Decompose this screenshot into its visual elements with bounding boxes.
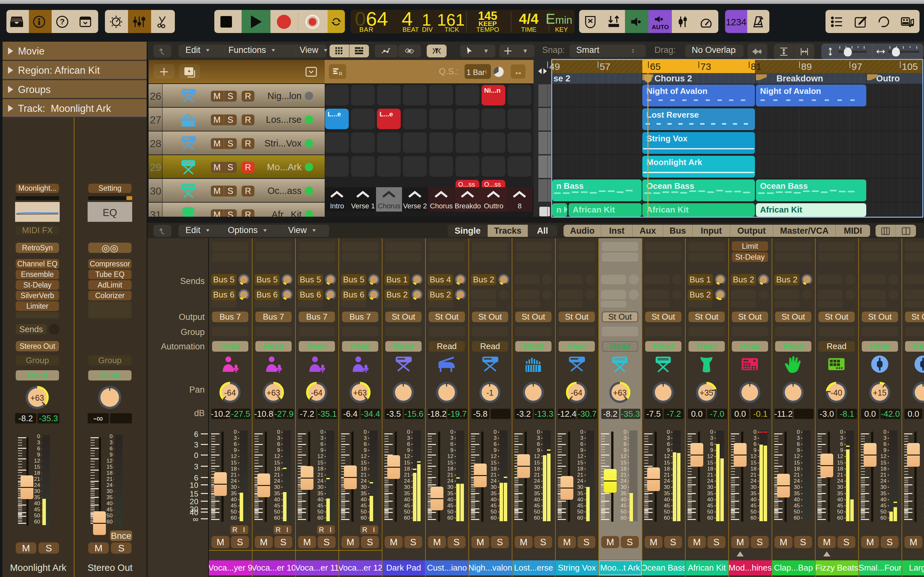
svg-text:R: R (339, 71, 342, 76)
svg-text:?: ? (60, 17, 65, 26)
